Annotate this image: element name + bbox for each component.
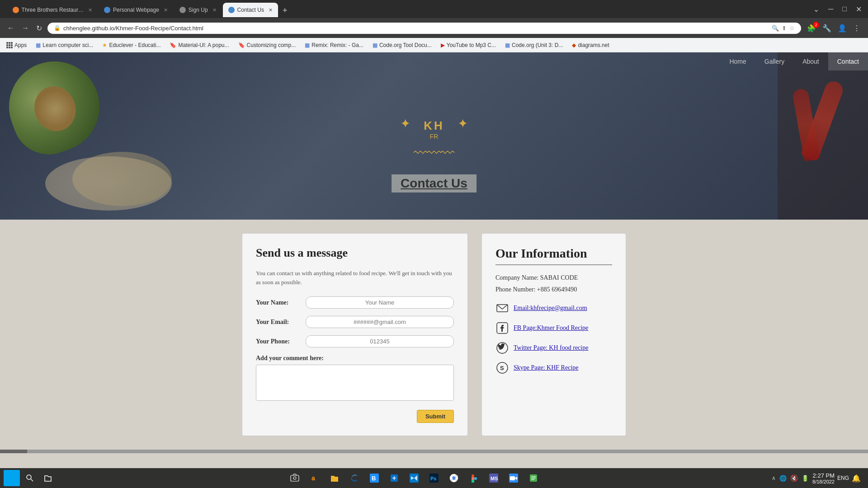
taskbar-app-edge[interactable] <box>345 472 363 484</box>
tab-close-2[interactable]: ✕ <box>164 7 168 13</box>
taskbar-right: ∧ 🌐 🔇 🔋 2:27 PM 8/18/2022 ENG 🔔 <box>772 472 864 484</box>
svg-rect-25 <box>472 480 474 483</box>
skype-link[interactable]: Skype Page: KHF Recipe <box>514 364 578 371</box>
phone-input[interactable] <box>306 335 454 347</box>
taskbar-app-zoom[interactable] <box>505 472 523 484</box>
minimize-button[interactable]: ─ <box>826 4 836 14</box>
bookmark-star-icon[interactable]: ☆ <box>789 25 795 32</box>
twitter-link[interactable]: Twitter Page: KH food recipe <box>514 344 588 352</box>
menu-button[interactable]: ⋮ <box>851 23 863 34</box>
food-right-bg <box>778 52 868 220</box>
taskbar-app-b[interactable]: B <box>365 472 383 484</box>
nav-gallery[interactable]: Gallery <box>755 52 793 70</box>
battery-icon[interactable]: 🔋 <box>801 474 810 483</box>
tab-close-3[interactable]: ✕ <box>212 7 217 13</box>
taskbar-app-notes[interactable] <box>524 472 542 484</box>
bookmark-5[interactable]: ▦ Remix: Remix: - Ga... <box>302 41 366 49</box>
email-link[interactable]: Email:khfrecipe@gmail.com <box>514 305 587 312</box>
extensions-button[interactable]: 🧩2 <box>805 23 818 34</box>
taskbar-files-button[interactable] <box>40 470 56 486</box>
scrollbar-thumb[interactable] <box>0 450 27 453</box>
nav-contact[interactable]: Contact <box>828 52 868 70</box>
reload-button[interactable]: ↻ <box>34 22 44 34</box>
bookmark-9[interactable]: ◆ diagrams.net <box>569 41 612 49</box>
taskbar-app-files[interactable] <box>326 472 344 484</box>
language-indicator[interactable]: ENG <box>837 475 849 481</box>
volume-icon[interactable]: 🔇 <box>789 474 799 483</box>
back-button[interactable]: ← <box>5 22 16 34</box>
taskbar-app-figma[interactable] <box>465 472 483 484</box>
bookmark-8[interactable]: ▦ Code.org (Unit 3: D... <box>502 41 566 49</box>
email-row: Your Email: <box>256 316 454 328</box>
comment-textarea[interactable] <box>256 365 454 401</box>
bm9-label: diagrams.net <box>578 42 609 48</box>
tab-close-4[interactable]: ✕ <box>269 7 273 13</box>
new-tab-button[interactable]: + <box>279 4 291 17</box>
bookmark-1[interactable]: ▦ Learn computer sci... <box>33 41 96 49</box>
forward-button[interactable]: → <box>20 22 31 34</box>
svg-text:S: S <box>500 365 504 371</box>
nav-about[interactable]: About <box>793 52 828 70</box>
horizontal-scrollbar[interactable] <box>0 450 868 453</box>
bm6-icon: ▦ <box>373 42 377 48</box>
svg-rect-11 <box>291 475 299 481</box>
tab-favicon-2 <box>104 7 110 13</box>
tab-label-1: Three Brothers Restaurant <box>22 7 84 13</box>
taskbar-app-amazon[interactable]: a <box>306 472 324 484</box>
submit-row: Submit <box>256 410 454 423</box>
hero-navigation: Home Gallery About Contact <box>720 52 868 70</box>
taskbar-app-box[interactable] <box>385 472 403 484</box>
profile-button[interactable]: 👤 <box>835 23 849 34</box>
address-bar[interactable]: 🔒 chhenglee.github.io/Khmer-Food-Recipe/… <box>47 23 801 34</box>
svg-point-9 <box>27 475 31 479</box>
taskbar-app-teams[interactable]: MS <box>485 472 503 484</box>
start-button[interactable] <box>4 470 20 486</box>
tab-controls: ⌄ ─ □ ✕ <box>811 4 864 14</box>
search-icon[interactable]: 🔍 <box>772 25 779 32</box>
tab-three-brothers[interactable]: Three Brothers Restaurant ✕ <box>7 3 98 17</box>
lock-icon: 🔒 <box>54 25 61 31</box>
bookmark-6[interactable]: ▦ Code.org Tool Docu... <box>370 41 434 49</box>
tab-signup[interactable]: Sign Up ✕ <box>174 3 222 17</box>
fb-link[interactable]: FB Page:Khmer Food Recipe <box>514 324 588 332</box>
bookmark-7[interactable]: ▶ YouTube to Mp3 C... <box>438 41 499 49</box>
taskbar-app-vscode[interactable] <box>405 472 423 484</box>
screenshot-icon[interactable]: ⬆ <box>782 25 787 32</box>
expand-tray-icon[interactable]: ∧ <box>772 475 776 481</box>
network-icon[interactable]: 🌐 <box>778 474 788 483</box>
twitter-social-row: Twitter Page: KH food recipe <box>495 341 612 355</box>
bm5-icon: ▦ <box>305 42 310 48</box>
page-content: Home Gallery About Contact ✦ KH FR ✦ 〰〰〰… <box>0 52 868 488</box>
system-clock[interactable]: 2:27 PM 8/18/2022 <box>812 472 835 484</box>
taskbar-app-ps[interactable]: Ps <box>425 472 443 484</box>
taskbar-app-chrome[interactable] <box>445 472 463 484</box>
logo-kh: KH <box>424 119 444 133</box>
taskbar-app-camera[interactable] <box>286 472 304 484</box>
tab-contact[interactable]: Contact Us ✕ <box>223 3 278 17</box>
food-items-left <box>72 152 172 206</box>
bookmark-2[interactable]: ★ Educlever - Educati... <box>99 41 163 49</box>
bookmark-3[interactable]: 🔖 Material-UI: A popu... <box>167 41 231 49</box>
tab-favicon-3 <box>179 7 186 13</box>
notification-icon[interactable]: 🔔 <box>852 474 861 483</box>
svg-rect-24 <box>472 477 474 480</box>
submit-button[interactable]: Submit <box>417 410 454 423</box>
main-content: Send us a message You can contact us wit… <box>0 220 868 450</box>
bookmarks-bar: Apps ▦ Learn computer sci... ★ Educlever… <box>0 38 868 52</box>
close-button[interactable]: ✕ <box>853 4 864 14</box>
tab-personal-webpage[interactable]: Personal Webpage ✕ <box>99 3 173 17</box>
nav-home[interactable]: Home <box>720 52 755 70</box>
email-input[interactable] <box>306 316 454 328</box>
tab-close-1[interactable]: ✕ <box>88 7 92 13</box>
tab-list-button[interactable]: ⌄ <box>811 4 822 14</box>
maximize-button[interactable]: □ <box>840 4 849 14</box>
taskbar-search-button[interactable] <box>22 470 38 486</box>
bookmark-4[interactable]: 🔖 Customizing comp... <box>236 41 299 49</box>
bm3-icon: 🔖 <box>170 42 176 48</box>
phone-row: Your Phone: <box>256 335 454 347</box>
bookmark-apps[interactable]: Apps <box>4 41 29 49</box>
puzzle-button[interactable]: 🔧 <box>820 23 834 34</box>
name-label: Your Name: <box>256 299 306 306</box>
name-input[interactable] <box>306 296 454 309</box>
title-bar: Three Brothers Restaurant ✕ Personal Web… <box>0 0 868 18</box>
